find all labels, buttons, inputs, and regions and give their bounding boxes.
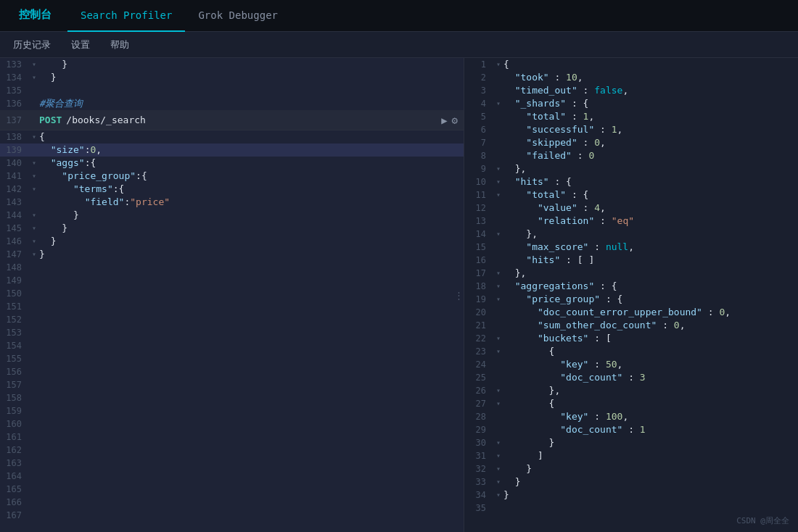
table-row: 146 ▾ } [0,235,464,248]
table-row: 22 ▾ "buckets" : [ [464,332,798,345]
table-row: 14 ▾ }, [464,228,798,241]
table-row: 157 [0,378,464,391]
table-row: 30 ▾ } [464,436,798,449]
table-row: 9 ▾ }, [464,162,798,175]
table-row: 17 ▾ }, [464,267,798,280]
table-row: 145 ▾ } [0,222,464,235]
table-row: 6 "successful" : 1, [464,123,798,136]
left-editor-panel: 133 ▾ } 134 ▾ } 135 136 #聚合查询 [0,58,464,532]
table-row: 24 "key" : 50, [464,358,798,371]
table-row: 166 [0,496,464,509]
table-row: 162 [0,444,464,457]
table-row: 151 [0,300,464,313]
table-row: 29 "doc_count" : 1 [464,423,798,436]
run-icon[interactable]: ▶ [441,114,447,127]
table-row: 4 ▾ "_shards" : { [464,97,798,110]
table-row: 10 ▾ "hits" : { [464,175,798,188]
table-row: 142 ▾ "terms":{ [0,183,464,196]
table-row: 28 "key" : 100, [464,410,798,423]
table-row: 21 "sum_other_doc_count" : 0, [464,319,798,332]
post-line: 137 POST /books/_search ▶ ⚙ [0,110,464,130]
settings-icon[interactable]: ⚙ [452,114,458,127]
table-row: 149 [0,274,464,287]
table-row: 18 ▾ "aggregations" : { [464,280,798,293]
table-row: 20 "doc_count_error_upper_bound" : 0, [464,306,798,319]
table-row: 13 "relation" : "eq" [464,215,798,228]
table-row: 1 ▾ { [464,58,798,71]
table-row: 134 ▾ } [0,71,464,84]
table-row: 161 [0,431,464,444]
top-navigation: 控制台 Search Profiler Grok Debugger [0,0,798,32]
menu-help[interactable]: 帮助 [106,36,133,54]
tab-grok-debugger[interactable]: Grok Debugger [185,0,291,32]
menu-history[interactable]: 历史记录 [9,36,55,54]
table-row: 139 "size":0, [0,144,464,157]
table-row: 11 ▾ "total" : { [464,188,798,201]
table-row: 15 "max_score" : null, [464,241,798,254]
table-row: 158 [0,391,464,404]
table-row: 156 [0,365,464,378]
table-row: 8 "failed" : 0 [464,149,798,162]
table-row: 163 [0,457,464,470]
table-row: 164 [0,470,464,483]
tab-search-profiler[interactable]: Search Profiler [67,0,185,32]
table-row: 141 ▾ "price_group":{ [0,170,464,183]
table-row: 5 "total" : 1, [464,110,798,123]
table-row: 148 [0,261,464,274]
menu-settings[interactable]: 设置 [67,36,94,54]
table-row: 147 ▾ } [0,248,464,261]
table-row: 27 ▾ { [464,397,798,410]
table-row: 26 ▾ }, [464,384,798,397]
table-row: 135 [0,84,464,97]
panel-resize-handle[interactable]: ⋮ [453,280,464,309]
tab-console[interactable]: 控制台 [6,0,65,32]
table-row: 34 ▾ } [464,489,798,502]
table-row: 2 "took" : 10, [464,71,798,84]
table-row: 155 [0,352,464,365]
main-content: 133 ▾ } 134 ▾ } 135 136 #聚合查询 [0,58,798,532]
table-row: 165 [0,483,464,496]
table-row: 31 ▾ ] [464,449,798,462]
table-row: 35 [464,502,798,515]
right-response-panel: 1 ▾ { 2 "took" : 10, 3 "timed_out" : fal… [464,58,798,532]
table-row: 133 ▾ } [0,58,464,71]
table-row: 25 "doc_count" : 3 [464,371,798,384]
table-row: 167 [0,509,464,522]
table-row: 152 [0,313,464,326]
table-row: 19 ▾ "price_group" : { [464,293,798,306]
table-row: 140 ▾ "aggs":{ [0,157,464,170]
table-row: 159 [0,404,464,417]
table-row: 32 ▾ } [464,462,798,475]
table-row: 154 [0,339,464,352]
table-row: 143 "field":"price" [0,196,464,209]
table-row: 7 "skipped" : 0, [464,136,798,149]
table-row: 33 ▾ } [464,475,798,489]
watermark: CSDN @周全全 [736,515,789,526]
table-row: 153 [0,326,464,339]
table-row: 136 #聚合查询 [0,97,464,110]
table-row: 23 ▾ { [464,345,798,358]
table-row: 144 ▾ } [0,209,464,222]
table-row: 160 [0,417,464,431]
table-row: 3 "timed_out" : false, [464,84,798,97]
table-row: 150 [0,287,464,300]
table-row: 138 ▾ { [0,130,464,144]
code-editor[interactable]: 133 ▾ } 134 ▾ } 135 136 #聚合查询 [0,58,464,532]
table-row: 16 "hits" : [ ] [464,254,798,267]
secondary-menu: 历史记录 设置 帮助 [0,32,798,58]
table-row: 12 "value" : 4, [464,201,798,215]
